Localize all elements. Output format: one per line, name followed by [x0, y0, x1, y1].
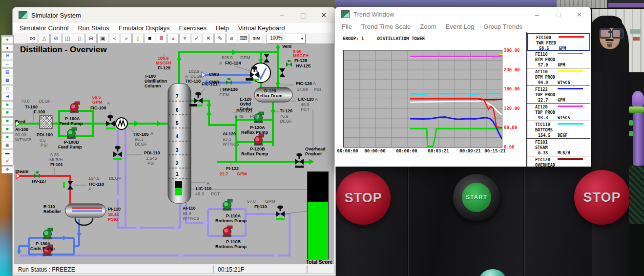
- alarm-icon[interactable]: △: [39, 34, 50, 43]
- page-next-icon[interactable]: »: [121, 34, 132, 43]
- panel-seam: [407, 167, 409, 276]
- doc-image-icon[interactable]: ▣: [97, 34, 108, 43]
- legend-color-dash: [559, 36, 584, 38]
- keyboard-icon[interactable]: ⌨: [238, 34, 249, 43]
- stop-indicator-icon[interactable]: ●: [1, 44, 13, 52]
- doc-green-icon[interactable]: ▯: [132, 34, 144, 43]
- display-5-icon[interactable]: ■: [1, 133, 13, 141]
- marker-icon[interactable]: ✐: [1, 158, 13, 166]
- trend-menu-file[interactable]: File: [342, 23, 352, 30]
- legend-row-fi122[interactable]: FI122TOP PROD22.7GPM: [527, 86, 590, 104]
- trend-line-ai120: [410, 56, 502, 56]
- run-indicator-icon[interactable]: ●: [1, 36, 13, 44]
- grid-panel-icon[interactable]: ▦: [1, 77, 13, 85]
- menu-run-status[interactable]: Run Status: [78, 24, 109, 32]
- maximize-icon[interactable]: ▢: [292, 7, 314, 23]
- panel-icon[interactable]: ▤: [1, 68, 13, 76]
- bar-display-icon[interactable]: Ⅲ: [156, 34, 167, 43]
- start-button[interactable]: START: [462, 183, 491, 212]
- total-score-label: Total Score: [306, 259, 332, 264]
- simulator-toolbar: ⋈△⊘◫▯⊟▣«»▯■Ⅲ▲▼✓✕✎⌀⌨SIM100%: [13, 33, 335, 44]
- minimize-icon[interactable]: –: [526, 7, 548, 22]
- trend-series: [344, 50, 502, 147]
- page-prev-icon[interactable]: «: [109, 34, 120, 43]
- legend-value: 94.9: [538, 80, 548, 85]
- display-4-icon[interactable]: ■: [1, 126, 13, 133]
- legend-tag: FI101: [535, 140, 548, 145]
- webcam-feed: [592, 9, 644, 72]
- display-1-icon[interactable]: ■: [1, 101, 13, 109]
- group-title: DISTILLATION TOWER: [377, 36, 425, 41]
- maximize-icon[interactable]: □: [548, 7, 569, 22]
- close-icon[interactable]: ✕: [568, 7, 590, 22]
- trend-menu-group-trends[interactable]: Group Trends: [483, 23, 522, 30]
- hand-valve-icon: [34, 171, 40, 178]
- swap-icon[interactable]: ↔: [1, 61, 13, 68]
- zoom-select[interactable]: 100%: [267, 34, 306, 43]
- scroll-up-icon[interactable]: ▲: [167, 34, 179, 43]
- menu-help[interactable]: Help: [216, 24, 229, 32]
- trend-menu-trend-time-scale[interactable]: Trend Time Scale: [361, 23, 411, 30]
- trend-titlebar[interactable]: Trend Window – □ ✕: [335, 7, 591, 21]
- scene-floor-dark: [629, 224, 644, 276]
- menu-exercises[interactable]: Exercises: [179, 24, 207, 32]
- display-2-icon[interactable]: ■: [1, 109, 13, 117]
- cancel-icon[interactable]: ✕: [203, 34, 214, 43]
- y-axis-tick: 240.00: [504, 67, 520, 72]
- doc-icon[interactable]: ▯: [74, 34, 85, 43]
- legend-row-fic100[interactable]: FIC100TWR FEED56.5GPM: [527, 33, 590, 51]
- legend-row-fi101[interactable]: FI101STEAM6.35MLB/H: [527, 139, 590, 156]
- doc-blue-icon[interactable]: ▯: [1, 85, 13, 93]
- trend-menu-event-log[interactable]: Event Log: [446, 23, 475, 30]
- sim-time-cell: 00:15:21F: [213, 265, 307, 274]
- close-icon[interactable]: ✕: [313, 7, 334, 23]
- doc-export-icon[interactable]: ⊟: [85, 34, 97, 43]
- reference-icon[interactable]: ※: [1, 52, 13, 60]
- trend-line-fi110: [410, 128, 502, 146]
- process-icon[interactable]: ⋈: [27, 34, 38, 43]
- doc-warning-icon[interactable]: ◫: [62, 34, 73, 43]
- legend-row-tic110[interactable]: TIC110BOTTOMS154.5DEGF: [527, 121, 590, 139]
- legend-color-dash: [558, 123, 583, 125]
- app-icon: [341, 10, 350, 18]
- pump-icon: [43, 245, 53, 256]
- legend-row-ai120[interactable]: AI120TOP PROD93.3WT%C5: [527, 104, 590, 121]
- legend-unit: GPM: [558, 63, 565, 67]
- x-axis-tick: 00:03:21: [428, 149, 449, 153]
- confirm-icon[interactable]: ✓: [191, 34, 202, 43]
- trend-menu-zoom[interactable]: Zoom: [420, 23, 436, 30]
- audio-icon[interactable]: ◄: [1, 93, 13, 101]
- menu-emulator-displays[interactable]: Emulator Displays: [119, 24, 170, 32]
- search-icon[interactable]: ⌀: [226, 34, 237, 43]
- person-glasses: [599, 28, 611, 39]
- screen-dark-icon[interactable]: ▬: [1, 149, 13, 157]
- pump-icon: [254, 134, 264, 146]
- menu-virtual-keyboard[interactable]: Virtual Keyboard: [238, 24, 285, 32]
- scene-purple-pipe: [633, 113, 644, 166]
- legend-value: 6.35: [538, 150, 548, 155]
- trend-window: Trend Window – □ ✕ FileTrend Time ScaleZ…: [335, 7, 591, 167]
- minimize-icon[interactable]: –: [271, 7, 292, 23]
- menu-simulator-control[interactable]: Simulator Control: [20, 24, 68, 32]
- event-log-icon[interactable]: ✎: [214, 34, 226, 43]
- sim-icon[interactable]: SIM: [249, 34, 263, 43]
- simulator-titlebar[interactable]: Simulator System – ▢ ✕: [13, 7, 335, 23]
- y-axis-tick: 120.00: [504, 106, 520, 111]
- copy-icon[interactable]: ▣: [1, 142, 13, 149]
- stop-button-left[interactable]: STOP: [336, 171, 391, 225]
- scene-teal-sphere: [479, 269, 506, 276]
- pump-icon: [223, 199, 232, 211]
- legend-unit: MLB/H: [558, 150, 570, 155]
- screen-icon[interactable]: ■: [144, 34, 155, 43]
- valve-icon: [189, 92, 203, 107]
- legend-row-pic120[interactable]: PIC120OVERHEAD14.89PSI: [527, 156, 590, 167]
- window-title: Trend Window: [353, 11, 394, 18]
- scroll-down-icon[interactable]: ▼: [179, 34, 190, 43]
- display-3-icon[interactable]: ■: [1, 117, 13, 125]
- palette-icon[interactable]: ❖: [1, 166, 13, 174]
- alarm-ack-icon[interactable]: ⊘: [50, 34, 62, 43]
- stop-button-right[interactable]: STOP: [574, 170, 630, 225]
- legend-desc: TWR FEED: [536, 41, 556, 45]
- legend-row-fi110[interactable]: FI110BTM PROD57.0GPM: [527, 51, 590, 68]
- legend-row-ai110[interactable]: AI110BTM PROD94.9WT%C6: [527, 68, 590, 86]
